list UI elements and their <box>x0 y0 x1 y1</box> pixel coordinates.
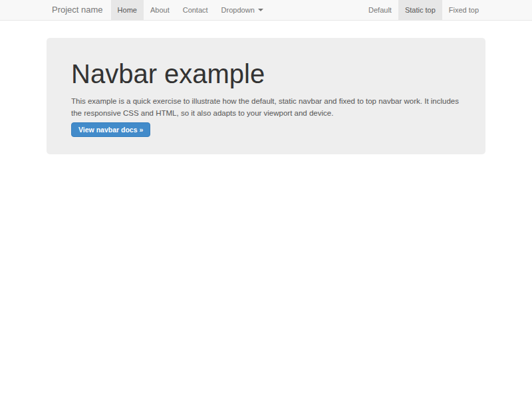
jumbotron: Navbar example This example is a quick e… <box>47 38 485 154</box>
navbar-right-nav: Default Static top Fixed top <box>362 0 485 20</box>
nav-item-dropdown-label: Dropdown <box>221 6 255 14</box>
nav-item-default[interactable]: Default <box>362 0 398 20</box>
caret-down-icon <box>258 9 263 11</box>
navbar-brand[interactable]: Project name <box>47 0 111 20</box>
page-title: Navbar example <box>71 59 466 88</box>
main-content: Navbar example This example is a quick e… <box>47 38 485 154</box>
navbar-left-nav: Home About Contact Dropdown <box>111 0 270 20</box>
page-description: This example is a quick exercise to illu… <box>71 95 466 120</box>
nav-item-contact[interactable]: Contact <box>176 0 215 20</box>
nav-item-dropdown[interactable]: Dropdown <box>215 0 270 20</box>
view-navbar-docs-button[interactable]: View navbar docs » <box>71 122 150 137</box>
nav-item-about[interactable]: About <box>144 0 176 20</box>
nav-item-fixed-top[interactable]: Fixed top <box>442 0 485 20</box>
nav-item-static-top[interactable]: Static top <box>398 0 442 20</box>
nav-item-home[interactable]: Home <box>111 0 144 20</box>
top-navbar: Project name Home About Contact Dropdown… <box>0 0 532 21</box>
navbar-container: Project name Home About Contact Dropdown… <box>47 0 485 20</box>
